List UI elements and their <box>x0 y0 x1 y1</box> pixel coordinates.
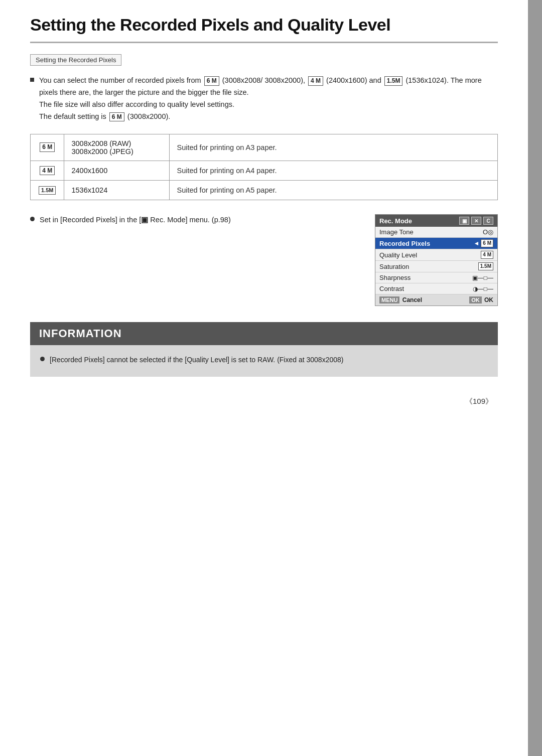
info-bullet-circle-icon <box>40 357 45 361</box>
table-cell-badge-6m: 6 M <box>31 134 64 161</box>
intro-line2: The file size will also differ according… <box>39 100 234 108</box>
menu-label-sharpness: Sharpness <box>379 274 411 281</box>
menu-row-image-tone: Image Tone O◎ <box>375 227 497 238</box>
menu-footer: MENU Cancel OK OK <box>375 294 497 306</box>
badge-15m: 1.5M <box>384 76 403 86</box>
menu-label-quality-level: Quality Level <box>379 251 417 259</box>
menu-header-label: Rec. Mode <box>379 217 412 225</box>
menu-icon-c: C <box>483 217 493 225</box>
instruction-section: Set in [Recorded Pixels] in the [▣ Rec. … <box>30 214 498 306</box>
badge-15m-table: 1.5M <box>39 186 56 195</box>
information-text: [Recorded Pixels] cannot be selected if … <box>50 354 488 366</box>
section-tab: Setting the Recorded Pixels <box>30 54 121 66</box>
table-row: 1.5M 1536x1024 Suited for printing on A5… <box>31 181 498 200</box>
table-cell-dim-15m: 1536x1024 <box>64 181 170 200</box>
pixel-table: 6 M 3008x2008 (RAW)3008x2000 (JPEG) Suit… <box>30 134 498 201</box>
table-cell-desc-15m: Suited for printing on A5 paper. <box>170 181 498 200</box>
menu-label-saturation: Saturation <box>379 263 409 270</box>
table-row: 6 M 3008x2008 (RAW)3008x2000 (JPEG) Suit… <box>31 134 498 161</box>
bullet-square-icon <box>30 78 34 82</box>
menu-footer-ok: OK OK <box>469 296 493 304</box>
intro-text: You can select the number of recorded pi… <box>39 75 498 123</box>
menu-panel: Rec. Mode ▣ ✕ C Image Tone O◎ Recorded P… <box>375 214 498 306</box>
menu-header-icons: ▣ ✕ C <box>459 217 493 225</box>
table-cell-dim-6m: 3008x2008 (RAW)3008x2000 (JPEG) <box>64 134 170 161</box>
menu-value-saturation: 1.5M <box>478 262 493 270</box>
badge-default: 6 M <box>109 112 124 122</box>
intro-text-before: You can select the number of recorded pi… <box>39 76 203 84</box>
badge-6m-table: 6 M <box>40 142 55 152</box>
menu-value-recorded-pixels: ◄ 6 M <box>473 239 493 247</box>
image-tone-symbol: O◎ <box>483 228 493 236</box>
menu-row-quality-level: Quality Level 4 M <box>375 249 497 261</box>
quality-level-badge: 4 M <box>481 251 493 259</box>
menu-row-sharpness: Sharpness ▣—□— <box>375 272 497 283</box>
badge-6m: 6 M <box>204 76 219 86</box>
badge-4m: 4 M <box>308 76 323 86</box>
menu-icon-x: ✕ <box>471 217 481 225</box>
table-row: 4 M 2400x1600 Suited for printing on A4 … <box>31 161 498 181</box>
menu-ok-label: OK <box>484 296 493 304</box>
intro-line3-end: (3008x2000). <box>125 112 170 120</box>
table-cell-dim-4m: 2400x1600 <box>64 161 170 181</box>
rec-pixels-badge: 6 M <box>481 239 493 247</box>
camera-icon: ▣ <box>141 216 148 224</box>
information-box: INFORMATION [Recorded Pixels] cannot be … <box>30 322 498 377</box>
menu-label-contrast: Contrast <box>379 285 404 292</box>
menu-icon-camera: ▣ <box>459 217 469 225</box>
table-cell-desc-4m: Suited for printing on A4 paper. <box>170 161 498 181</box>
side-bar <box>528 0 542 756</box>
menu-label-image-tone: Image Tone <box>379 228 414 236</box>
page-number: 《109》 <box>30 397 498 406</box>
menu-value-quality-level: 4 M <box>481 251 493 259</box>
menu-footer-cancel: MENU Cancel <box>379 296 422 304</box>
menu-label-recorded-pixels: Recorded Pixels <box>379 240 430 247</box>
information-header: INFORMATION <box>30 322 498 345</box>
saturation-badge: 1.5M <box>478 262 493 270</box>
intro-line3-before: The default setting is <box>39 112 108 120</box>
table-cell-desc-6m: Suited for printing on A3 paper. <box>170 134 498 161</box>
menu-value-sharpness: ▣—□— <box>472 274 493 281</box>
intro-text-mid2: (2400x1600) and <box>324 76 383 84</box>
menu-value-contrast: ◑—□— <box>473 285 493 292</box>
intro-section: You can select the number of recorded pi… <box>30 75 498 123</box>
menu-label-indicator: MENU <box>379 296 399 304</box>
set-instruction-text: Set in [Recorded Pixels] in the [▣ Rec. … <box>40 214 360 226</box>
sharpness-symbol: ▣—□— <box>472 274 493 281</box>
ok-label-indicator: OK <box>469 296 482 304</box>
menu-value-image-tone: O◎ <box>483 228 493 236</box>
table-cell-badge-4m: 4 M <box>31 161 64 181</box>
bullet-circle-icon <box>30 217 35 221</box>
intro-text-mid1: (3008x2008/ 3008x2000), <box>220 76 307 84</box>
instruction-left: Set in [Recorded Pixels] in the [▣ Rec. … <box>30 214 360 228</box>
menu-row-saturation: Saturation 1.5M <box>375 261 497 272</box>
menu-header: Rec. Mode ▣ ✕ C <box>375 215 497 227</box>
information-body: [Recorded Pixels] cannot be selected if … <box>30 345 498 377</box>
badge-4m-table: 4 M <box>40 166 55 176</box>
page-title: Setting the Recorded Pixels and Quality … <box>30 15 498 43</box>
menu-cancel-label: Cancel <box>402 296 422 304</box>
table-cell-badge-15m: 1.5M <box>31 181 64 200</box>
menu-row-recorded-pixels: Recorded Pixels ◄ 6 M <box>375 238 497 249</box>
menu-row-contrast: Contrast ◑—□— <box>375 283 497 294</box>
contrast-symbol: ◑—□— <box>473 285 493 292</box>
